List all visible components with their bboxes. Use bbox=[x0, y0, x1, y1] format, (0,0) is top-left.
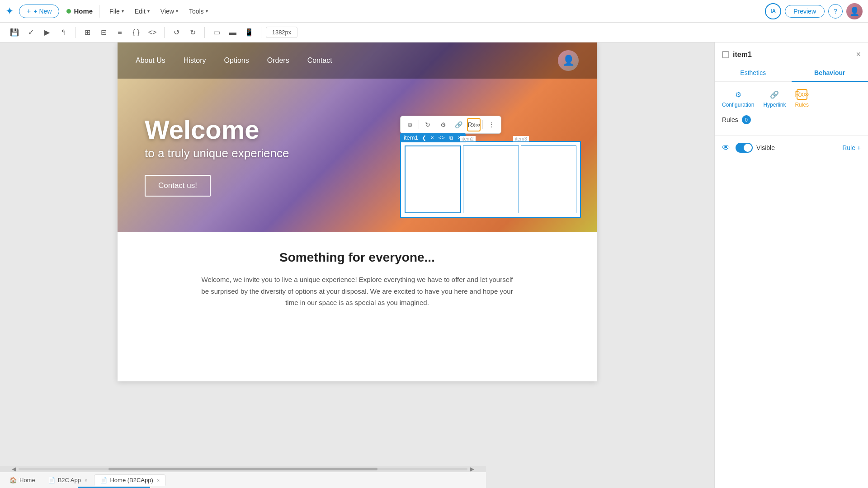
tab-b2c-icon: 📄 bbox=[48, 477, 55, 483]
scroll-bar[interactable]: ◀ ▶ bbox=[0, 466, 486, 472]
panel-title: item1 bbox=[722, 51, 752, 59]
site-preview: About Us History Options Orders Contact … bbox=[118, 42, 597, 381]
more-tool-button[interactable]: ⋮ bbox=[485, 118, 498, 131]
visible-label: Visible bbox=[756, 144, 842, 151]
avatar[interactable]: 👤 bbox=[846, 3, 863, 19]
components-button[interactable]: ⊞ bbox=[80, 25, 94, 40]
layers-button[interactable]: ⊟ bbox=[96, 25, 111, 40]
export-button[interactable]: ↰ bbox=[56, 25, 71, 40]
second-toolbar: 💾 ✓ ▶ ↰ ⊞ ⊟ ≡ { } <> ↺ ↻ ▭ ▬ 📱 1382px bbox=[0, 23, 868, 42]
scroll-right-arrow[interactable]: ▶ bbox=[467, 466, 477, 472]
rotate-tool-button[interactable]: ↻ bbox=[421, 118, 434, 131]
item-label-copy-button[interactable]: ⧉ bbox=[448, 135, 454, 141]
contact-us-button[interactable]: Contact us! bbox=[145, 175, 211, 197]
nav-history[interactable]: History bbox=[184, 56, 206, 65]
tablet-view-button[interactable]: ▬ bbox=[226, 25, 240, 40]
nav-options[interactable]: Options bbox=[224, 56, 249, 65]
ia-button[interactable]: IA bbox=[765, 3, 781, 19]
preview-nav: About Us History Options Orders Contact … bbox=[118, 42, 597, 79]
edit-arrow-icon: ▾ bbox=[147, 9, 150, 14]
panel-checkbox[interactable] bbox=[722, 51, 729, 58]
preview-avatar-image: 👤 bbox=[558, 50, 579, 71]
view-label: View bbox=[160, 8, 174, 15]
behaviour-tab[interactable]: Behaviour bbox=[792, 65, 868, 82]
rules-label: Rules bbox=[795, 102, 809, 108]
file-arrow-icon: ▾ bbox=[122, 9, 124, 14]
tool-sep3 bbox=[204, 27, 205, 38]
check-button[interactable]: ✓ bbox=[24, 25, 38, 40]
home-tab-label: Home bbox=[74, 7, 93, 15]
tab-home[interactable]: 🏠 Home bbox=[4, 474, 41, 486]
nav-orders[interactable]: Orders bbox=[267, 56, 289, 65]
html-button[interactable]: <> bbox=[145, 25, 160, 40]
item3-label: item3 bbox=[513, 136, 529, 141]
link-tool-button[interactable]: 🔗 bbox=[452, 118, 465, 131]
redo-button[interactable]: ↻ bbox=[185, 25, 200, 40]
mobile-view-button[interactable]: 📱 bbox=[242, 25, 256, 40]
scroll-left-arrow[interactable]: ◀ bbox=[9, 466, 19, 472]
hero-subtitle: to a truly unique experience bbox=[145, 146, 289, 160]
grid-item-1[interactable] bbox=[405, 145, 461, 213]
esthetics-tab[interactable]: Esthetics bbox=[715, 65, 792, 82]
nav-contact[interactable]: Contact bbox=[307, 56, 332, 65]
canvas-area[interactable]: About Us History Options Orders Contact … bbox=[0, 42, 714, 488]
nav-links: About Us History Options Orders Contact bbox=[136, 56, 332, 65]
preview-avatar: 👤 bbox=[558, 50, 579, 71]
avatar-image: 👤 bbox=[846, 3, 863, 19]
item-label-back-button[interactable]: ❮ bbox=[421, 135, 427, 141]
rules-subtab[interactable]: Rx∞ Rules bbox=[795, 89, 809, 108]
content-title: Something for everyone... bbox=[145, 250, 570, 265]
navigator-button[interactable]: ≡ bbox=[113, 25, 127, 40]
help-button[interactable]: ? bbox=[828, 4, 843, 19]
right-panel: item1 × Esthetics Behaviour ⚙ Configurat… bbox=[714, 42, 868, 488]
item-label-code-button[interactable]: <> bbox=[438, 135, 446, 141]
item-label-close-button[interactable]: × bbox=[430, 135, 435, 141]
new-label: + New bbox=[33, 8, 52, 15]
code-button[interactable]: { } bbox=[129, 25, 143, 40]
edit-menu[interactable]: Edit ▾ bbox=[131, 6, 153, 17]
settings-tool-button[interactable]: ⚙ bbox=[436, 118, 450, 131]
hyperlink-subtab[interactable]: 🔗 Hyperlink bbox=[763, 89, 786, 108]
tool-sep2 bbox=[164, 27, 165, 38]
float-sep2 bbox=[482, 120, 483, 129]
rules-section: Rules 0 bbox=[715, 108, 868, 131]
tab-home-b2c-close[interactable]: × bbox=[157, 478, 160, 483]
tab-home-b2c[interactable]: 📄 Home (B2CApp) × bbox=[94, 474, 165, 486]
save-button[interactable]: 💾 bbox=[7, 25, 22, 40]
grid-selector bbox=[400, 141, 581, 218]
tab-b2c-app[interactable]: 📄 B2C App × bbox=[42, 474, 94, 486]
configuration-icon: ⚙ bbox=[733, 89, 744, 100]
grid-item-2[interactable] bbox=[463, 145, 519, 213]
logo-icon: ✦ bbox=[5, 5, 14, 17]
new-button[interactable]: + + New bbox=[19, 5, 59, 18]
view-menu[interactable]: View ▾ bbox=[157, 6, 182, 17]
nav-about[interactable]: About Us bbox=[136, 56, 165, 65]
play-button[interactable]: ▶ bbox=[40, 25, 54, 40]
tab-home-icon: 🏠 bbox=[9, 477, 17, 483]
tools-arrow-icon: ▾ bbox=[206, 9, 208, 14]
panel-close-button[interactable]: × bbox=[856, 50, 861, 59]
hyperlink-label: Hyperlink bbox=[763, 102, 786, 108]
home-tab[interactable]: Home bbox=[66, 7, 93, 15]
tab-b2c-close[interactable]: × bbox=[85, 478, 87, 483]
rule-plus-button[interactable]: Rule + bbox=[842, 144, 861, 151]
tools-menu[interactable]: Tools ▾ bbox=[185, 6, 212, 17]
configuration-subtab[interactable]: ⚙ Configuration bbox=[722, 89, 754, 108]
scroll-track[interactable] bbox=[19, 468, 467, 470]
file-menu[interactable]: File ▾ bbox=[106, 6, 127, 17]
tab-home-label: Home bbox=[19, 477, 35, 483]
undo-button[interactable]: ↺ bbox=[169, 25, 184, 40]
rules-tool-button[interactable]: Rx∞ bbox=[467, 118, 481, 131]
visible-toggle[interactable] bbox=[736, 143, 753, 153]
hyperlink-icon: 🔗 bbox=[769, 89, 780, 100]
tools-label: Tools bbox=[189, 8, 204, 15]
move-tool-button[interactable]: ⊕ bbox=[403, 118, 417, 131]
panel-sub-tabs: ⚙ Configuration 🔗 Hyperlink Rx∞ Rules bbox=[715, 82, 868, 108]
desktop-view-button[interactable]: ▭ bbox=[209, 25, 224, 40]
plus-icon: + bbox=[27, 7, 31, 15]
float-sep1 bbox=[419, 120, 419, 129]
item2-label: item2 bbox=[460, 136, 476, 141]
grid-item-3[interactable] bbox=[521, 145, 576, 213]
preview-button[interactable]: Preview bbox=[785, 5, 825, 18]
scroll-thumb[interactable] bbox=[108, 468, 378, 470]
